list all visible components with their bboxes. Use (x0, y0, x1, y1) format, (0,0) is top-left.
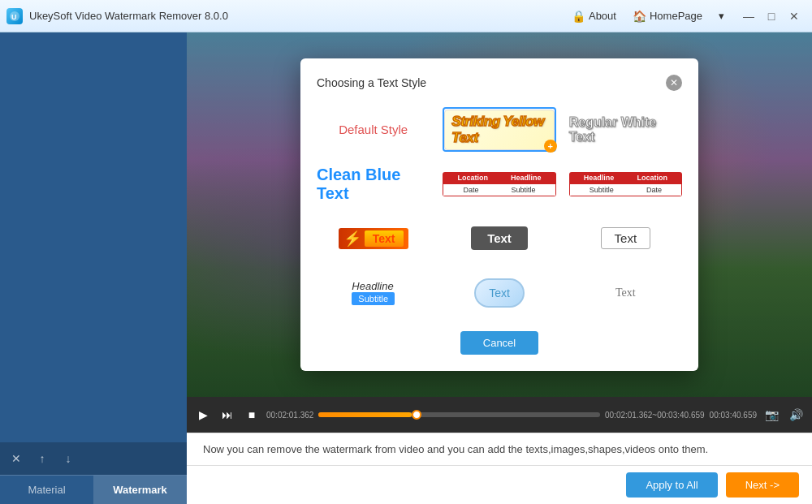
subtitle-red2-body: Subtitle Date (569, 183, 682, 196)
about-label: About (589, 10, 616, 22)
apply-to-all-button[interactable]: Apply to All (626, 472, 717, 498)
delete-button[interactable]: ✕ (6, 449, 26, 468)
video-icon: ⚡ (343, 230, 361, 248)
modal-header: Choosing a Text Style ✕ (317, 75, 682, 91)
lock-icon: 🔒 (572, 10, 585, 23)
sidebar-controls: ✕ ↑ ↓ (0, 442, 187, 475)
style-item-headline[interactable]: Headline Subtitle (317, 270, 430, 315)
move-up-button[interactable]: ↑ (32, 449, 52, 468)
content-area: Choosing a Text Style ✕ Default Style St… (187, 32, 812, 504)
home-icon: 🏠 (633, 10, 646, 23)
style-item-handwriting[interactable]: Text (569, 270, 682, 315)
homepage-label: HomePage (650, 10, 702, 22)
play-button[interactable]: ▶ (193, 405, 213, 424)
headline-top: Headline (352, 280, 395, 292)
style-item-subtitle-red2[interactable]: Headline Location Subtitle Date (569, 162, 682, 206)
maximize-button[interactable]: □ (760, 5, 783, 28)
text-style-dialog: Choosing a Text Style ✕ Default Style St… (300, 58, 698, 371)
cancel-button[interactable]: Cancel (460, 331, 538, 355)
step-forward-button[interactable]: ⏭ (218, 405, 237, 424)
camera-icon[interactable]: 📷 (762, 405, 781, 424)
subtitle-red1-header: Location Headline (443, 172, 555, 183)
main-area: ✕ ↑ ↓ Material Watermark Choosing a Text… (0, 32, 812, 504)
subtitle-red2-header: Headline Location (569, 172, 682, 183)
sidebar-item-material[interactable]: Material (0, 476, 93, 504)
titlebar: U UkeySoft Video Watermark Remover 8.0.0… (0, 0, 812, 32)
svg-text:U: U (11, 13, 17, 21)
yellow-plus-icon: + (544, 140, 557, 153)
stop-button[interactable]: ■ (242, 405, 261, 424)
footer-bar: Apply to All Next -> (187, 465, 812, 504)
style-item-blue[interactable]: Clean Blue Text (317, 162, 430, 206)
volume-icon[interactable]: 🔊 (786, 405, 806, 424)
timeline-thumb (412, 410, 421, 420)
about-nav[interactable]: 🔒 About (565, 6, 623, 26)
dropdown-nav[interactable]: ▾ (712, 6, 731, 25)
sidebar: ✕ ↑ ↓ Material Watermark (0, 32, 187, 504)
bubble-text-label: Text (489, 286, 510, 299)
outline-text-label: Text (615, 231, 637, 245)
style-grid: Default Style Striking Yellow Text + Reg… (317, 107, 682, 315)
modal-title: Choosing a Text Style (317, 76, 426, 89)
outline-style-preview: Text (601, 227, 651, 249)
white-style-text: Regular White Text (569, 115, 682, 144)
style-item-dark[interactable]: Text (443, 216, 555, 261)
timeline-icons: 📷 🔊 (762, 405, 806, 424)
dark-text-label: Text (487, 231, 512, 245)
move-down-button[interactable]: ↓ (58, 449, 78, 468)
video-area: Choosing a Text Style ✕ Default Style St… (187, 32, 812, 397)
timeline-progress[interactable] (318, 412, 600, 417)
timeline-start-time: 00:02:01.362 (266, 411, 313, 420)
timeline-range: 00:02:01.362~00:03:40.659 (605, 411, 705, 420)
style-item-yellow[interactable]: Striking Yellow Text + (443, 107, 555, 152)
subtitle-red1-preview: Location Headline Date Subtitle (443, 172, 555, 196)
window-controls: — □ ✕ (737, 5, 806, 28)
modal-overlay: Choosing a Text Style ✕ Default Style St… (187, 32, 812, 397)
timeline-fill (318, 412, 411, 417)
default-style-label: Default Style (339, 123, 408, 136)
handwriting-text-label: Text (615, 286, 636, 299)
info-bar: Now you can remove the watermark from vi… (187, 433, 812, 465)
timeline-end-time: 00:03:40.659 (710, 411, 757, 420)
bubble-style-preview: Text (474, 278, 525, 308)
subtitle-red2-preview: Headline Location Subtitle Date (569, 172, 682, 196)
minimize-button[interactable]: — (737, 5, 760, 28)
app-title: UkeySoft Video Watermark Remover 8.0.0 (29, 10, 565, 22)
style-item-video[interactable]: ⚡ Text (317, 216, 430, 261)
modal-footer: Cancel (317, 331, 682, 355)
style-item-default[interactable]: Default Style (317, 107, 430, 152)
yellow-style-preview: Striking Yellow Text + (444, 110, 554, 150)
subtitle-red1-body: Date Subtitle (443, 183, 555, 196)
handwriting-style-preview: Text (615, 286, 636, 299)
info-message: Now you can remove the watermark from vi… (203, 443, 708, 455)
sidebar-item-watermark[interactable]: Watermark (93, 476, 187, 504)
video-text-label: Text (365, 230, 404, 247)
yellow-style-text: Striking Yellow Text (451, 114, 543, 145)
dropdown-icon: ▾ (719, 10, 724, 22)
blue-style-text: Clean Blue Text (317, 166, 430, 203)
homepage-nav[interactable]: 🏠 HomePage (626, 6, 709, 26)
timeline: ▶ ⏭ ■ 00:02:01.362 00:02:01.362~00:03:40… (187, 397, 812, 433)
app-logo: U (6, 8, 23, 24)
style-item-outline[interactable]: Text (569, 216, 682, 261)
headline-style-preview: Headline Subtitle (352, 280, 395, 305)
modal-close-button[interactable]: ✕ (666, 75, 682, 91)
headline-sub: Subtitle (352, 292, 395, 305)
style-item-white[interactable]: Regular White Text (569, 107, 682, 152)
dark-style-preview: Text (471, 226, 528, 250)
style-item-subtitle-red1[interactable]: Location Headline Date Subtitle (443, 162, 555, 206)
style-item-bubble[interactable]: Text (443, 270, 555, 315)
nav-items: 🔒 About 🏠 HomePage ▾ (565, 6, 731, 26)
sidebar-tabs: Material Watermark (0, 475, 187, 504)
close-button[interactable]: ✕ (783, 5, 806, 28)
next-button[interactable]: Next -> (726, 472, 799, 498)
